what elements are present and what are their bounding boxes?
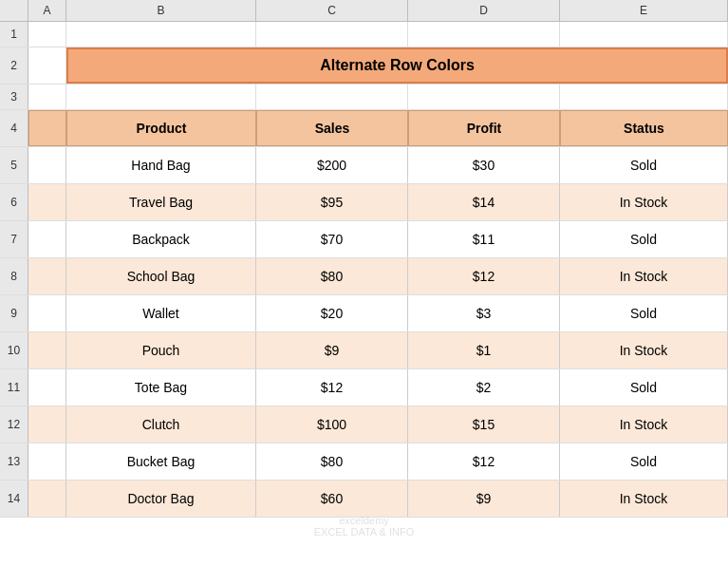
cell-profit-6: $14	[408, 184, 560, 220]
row-num-14: 14	[0, 481, 28, 517]
cell-sales-9: $20	[256, 295, 408, 331]
cell-status-11: Sold	[560, 369, 728, 406]
cell-product-5: Hand Bag	[66, 147, 256, 183]
row-num-2: 2	[0, 47, 28, 84]
cell-sales-12: $100	[256, 406, 408, 443]
cell-a7	[28, 221, 66, 257]
cell-product-7: Backpack	[66, 221, 256, 257]
cell-status-7: Sold	[560, 221, 728, 257]
cell-product-6: Travel Bag	[66, 184, 256, 220]
cell-status-5: Sold	[560, 147, 728, 183]
row-num-13: 13	[0, 443, 28, 480]
cell-profit-13: $12	[408, 443, 560, 480]
column-headers: A B C D E	[0, 0, 728, 22]
col-header-b: B	[66, 0, 256, 21]
cell-d1	[408, 22, 560, 47]
cell-sales-10: $9	[256, 332, 408, 368]
cell-status-9: Sold	[560, 295, 728, 331]
cell-a12	[28, 406, 66, 443]
row-2: 2 Alternate Row Colors	[0, 47, 728, 85]
row-1: 1	[0, 22, 728, 47]
row-4: 4 Product Sales Profit Status	[0, 110, 728, 147]
row-num-12: 12	[0, 406, 28, 443]
cell-status-8: In Stock	[560, 258, 728, 294]
cell-a9	[28, 295, 66, 331]
cell-a1	[28, 22, 66, 47]
row-num-4: 4	[0, 110, 28, 146]
cell-a5	[28, 147, 66, 183]
cell-profit-12: $15	[408, 406, 560, 443]
cell-product-10: Pouch	[66, 332, 256, 368]
cell-sales-13: $80	[256, 443, 408, 480]
row-num-1: 1	[0, 22, 28, 47]
cell-b3	[66, 85, 256, 109]
row-num-5: 5	[0, 147, 28, 183]
cell-profit-9: $3	[408, 295, 560, 331]
header-product: Product	[66, 110, 256, 146]
row-14: 14 Doctor Bag $60 $9 In Stock	[0, 481, 728, 518]
cell-a2	[28, 47, 66, 84]
cell-e1	[560, 22, 728, 47]
cell-status-13: Sold	[560, 443, 728, 480]
data-rows: 5 Hand Bag $200 $30 Sold 6 Travel Bag $9…	[0, 147, 728, 518]
cell-sales-14: $60	[256, 481, 408, 517]
row-num-9: 9	[0, 295, 28, 331]
row-3: 3	[0, 85, 728, 110]
row-num-3: 3	[0, 85, 28, 109]
cell-a13	[28, 443, 66, 480]
cell-sales-7: $70	[256, 221, 408, 257]
row-13: 13 Bucket Bag $80 $12 Sold	[0, 443, 728, 481]
row-12: 12 Clutch $100 $15 In Stock	[0, 406, 728, 443]
cell-b1	[66, 22, 256, 47]
col-header-a: A	[28, 0, 66, 21]
cell-product-8: School Bag	[66, 258, 256, 294]
cell-status-10: In Stock	[560, 332, 728, 368]
header-sales: Sales	[256, 110, 408, 146]
cell-a3	[28, 85, 66, 109]
cell-a8	[28, 258, 66, 294]
corner-cell	[0, 0, 28, 21]
title-cell: Alternate Row Colors	[66, 47, 728, 84]
header-status: Status	[560, 110, 728, 146]
row-6: 6 Travel Bag $95 $14 In Stock	[0, 184, 728, 221]
spreadsheet: A B C D E 1 2 Alternate Row Colors 3 4 P…	[0, 0, 728, 566]
cell-d3	[408, 85, 560, 109]
cell-profit-10: $1	[408, 332, 560, 368]
cell-profit-8: $12	[408, 258, 560, 294]
cell-sales-11: $12	[256, 369, 408, 406]
cell-c1	[256, 22, 408, 47]
col-header-d: D	[408, 0, 560, 21]
row-num-11: 11	[0, 369, 28, 406]
cell-a10	[28, 332, 66, 368]
row-5: 5 Hand Bag $200 $30 Sold	[0, 147, 728, 184]
row-11: 11 Tote Bag $12 $2 Sold	[0, 369, 728, 406]
cell-status-12: In Stock	[560, 406, 728, 443]
row-num-6: 6	[0, 184, 28, 220]
cell-c3	[256, 85, 408, 109]
cell-status-14: In Stock	[560, 481, 728, 517]
cell-status-6: In Stock	[560, 184, 728, 220]
row-num-8: 8	[0, 258, 28, 294]
row-num-10: 10	[0, 332, 28, 368]
cell-e3	[560, 85, 728, 109]
cell-product-11: Tote Bag	[66, 369, 256, 406]
cell-product-13: Bucket Bag	[66, 443, 256, 480]
cell-product-12: Clutch	[66, 406, 256, 443]
row-9: 9 Wallet $20 $3 Sold	[0, 295, 728, 332]
col-header-e: E	[560, 0, 728, 21]
cell-product-9: Wallet	[66, 295, 256, 331]
cell-a11	[28, 369, 66, 406]
row-8: 8 School Bag $80 $12 In Stock	[0, 258, 728, 295]
cell-sales-5: $200	[256, 147, 408, 183]
cell-profit-7: $11	[408, 221, 560, 257]
cell-sales-8: $80	[256, 258, 408, 294]
header-profit: Profit	[408, 110, 560, 146]
col-header-c: C	[256, 0, 408, 21]
cell-sales-6: $95	[256, 184, 408, 220]
cell-a4	[28, 110, 66, 146]
row-10: 10 Pouch $9 $1 In Stock	[0, 332, 728, 369]
cell-a6	[28, 184, 66, 220]
cell-a14	[28, 481, 66, 517]
cell-profit-11: $2	[408, 369, 560, 406]
cell-profit-5: $30	[408, 147, 560, 183]
